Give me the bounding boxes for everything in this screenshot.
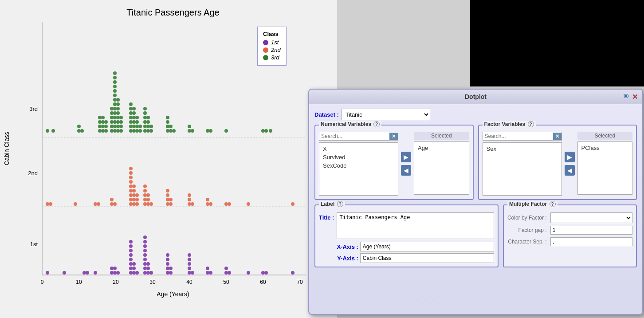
svg-point-178: [129, 244, 133, 248]
numerical-search-clear[interactable]: ✕: [389, 133, 398, 140]
svg-point-131: [129, 167, 133, 170]
title-textarea[interactable]: Titanic Passengers Age: [337, 212, 494, 239]
svg-point-117: [135, 202, 139, 206]
numerical-item-sexcode[interactable]: SexCode: [321, 161, 396, 170]
svg-point-71: [129, 116, 133, 119]
numerical-item-x[interactable]: X: [321, 145, 396, 153]
svg-point-13: [51, 129, 55, 133]
y-tick-3rd: 3rd: [29, 106, 38, 112]
svg-point-62: [135, 129, 139, 133]
svg-point-32: [110, 125, 114, 128]
multifactor-panel: Multiple Factor ? Color by Factor : Fact…: [503, 204, 637, 267]
svg-point-111: [97, 202, 100, 206]
svg-point-95: [169, 125, 173, 128]
color-by-factor-select[interactable]: [550, 212, 632, 223]
factor-selected-pclass[interactable]: PClass: [580, 144, 631, 152]
svg-point-128: [129, 180, 133, 184]
svg-point-56: [113, 85, 117, 88]
svg-point-155: [228, 202, 231, 206]
char-sep-input[interactable]: [550, 237, 632, 246]
svg-point-181: [146, 271, 150, 275]
svg-point-51: [116, 102, 120, 106]
svg-point-165: [116, 271, 120, 275]
y-axis-input[interactable]: [360, 253, 494, 263]
svg-point-142: [169, 202, 173, 206]
factor-search-row: ✕: [483, 132, 562, 141]
factor-add-arrow[interactable]: ▶: [565, 152, 575, 162]
svg-point-103: [224, 129, 228, 133]
factor-selected-col: Selected PClass: [577, 132, 633, 196]
label-panel-title: Label ?: [319, 201, 345, 207]
svg-point-93: [172, 129, 176, 133]
svg-point-138: [146, 193, 150, 197]
x-axis-input[interactable]: [360, 242, 494, 251]
legend-dot-1st: [263, 40, 268, 45]
factor-item-sex[interactable]: Sex: [485, 145, 560, 153]
svg-point-38: [116, 120, 120, 124]
svg-point-54: [113, 94, 117, 97]
svg-point-90: [143, 107, 147, 110]
svg-point-148: [191, 202, 194, 206]
svg-point-49: [116, 107, 120, 110]
numerical-help-icon[interactable]: ?: [373, 121, 380, 127]
dataset-select[interactable]: Titanic: [342, 109, 430, 120]
svg-point-58: [113, 76, 117, 79]
svg-point-43: [119, 116, 123, 119]
numerical-selected-age[interactable]: Age: [416, 144, 467, 152]
svg-point-79: [143, 129, 147, 133]
x-axis-label-key: X-Axis :: [337, 243, 358, 250]
numerical-add-arrow[interactable]: ▶: [401, 152, 411, 162]
svg-point-208: [206, 267, 209, 270]
numerical-item-survived[interactable]: Survived: [321, 153, 396, 161]
factor-help-icon[interactable]: ?: [528, 121, 534, 127]
numerical-remove-arrow[interactable]: ◀: [401, 165, 411, 176]
legend-item-1st: 1st: [263, 39, 281, 46]
close-icon[interactable]: ✕: [632, 93, 638, 101]
svg-point-97: [166, 116, 169, 119]
svg-point-89: [143, 111, 147, 115]
svg-point-121: [129, 193, 133, 197]
numerical-available-list: X Survived SexCode: [319, 142, 398, 196]
factor-search-clear[interactable]: ✕: [553, 133, 562, 140]
eye-icon[interactable]: 👁: [622, 93, 629, 101]
svg-point-144: [169, 198, 173, 201]
numerical-selected-header: Selected: [414, 132, 469, 140]
svg-point-91: [166, 129, 169, 133]
factor-gap-input[interactable]: [550, 226, 632, 235]
label-help-icon[interactable]: ?: [337, 201, 343, 207]
svg-point-47: [110, 107, 114, 110]
y-tick-1st: 1st: [30, 241, 38, 247]
svg-point-214: [264, 271, 268, 275]
svg-point-174: [132, 262, 136, 266]
svg-point-212: [247, 271, 250, 275]
svg-point-92: [169, 129, 173, 133]
svg-point-125: [132, 189, 136, 192]
svg-point-143: [166, 198, 169, 201]
svg-text:50: 50: [223, 279, 229, 285]
svg-point-50: [113, 102, 117, 106]
svg-point-207: [209, 271, 212, 275]
factor-search-input[interactable]: [483, 132, 553, 140]
label-grid: Title : Titanic Passengers Age X-Axis : …: [319, 212, 494, 263]
multifactor-help-icon[interactable]: ?: [550, 201, 556, 207]
svg-point-16: [77, 125, 81, 128]
numerical-search-input[interactable]: [319, 132, 389, 140]
factor-remove-arrow[interactable]: ◀: [565, 165, 575, 176]
dialog-title-bar: Dotplot 👁 ✕: [309, 90, 642, 104]
svg-point-179: [129, 240, 133, 243]
mf-grid: Color by Factor : Factor gap : Character…: [507, 212, 632, 246]
svg-point-213: [261, 271, 265, 275]
numerical-selected-list: Age: [414, 141, 469, 195]
svg-point-202: [188, 267, 191, 270]
dataset-label: Dataset :: [314, 111, 339, 118]
svg-point-116: [132, 202, 136, 206]
svg-text:70: 70: [297, 279, 303, 285]
svg-point-98: [188, 129, 191, 133]
legend-label-3rd: 3rd: [271, 54, 279, 61]
factor-available-list: Sex: [483, 142, 562, 196]
numerical-variables-title: Numerical Variables ?: [319, 121, 381, 127]
svg-point-119: [132, 198, 136, 201]
svg-point-133: [146, 202, 150, 206]
svg-point-201: [191, 271, 194, 275]
multifactor-title: Multiple Factor ?: [507, 201, 558, 207]
